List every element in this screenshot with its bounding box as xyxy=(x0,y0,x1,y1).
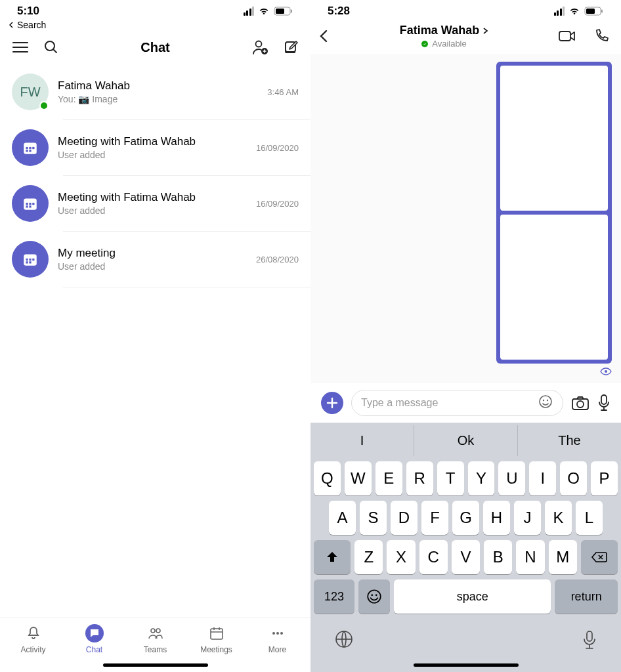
key[interactable]: A xyxy=(329,501,356,535)
key[interactable]: K xyxy=(545,501,572,535)
avatar-meeting-icon xyxy=(12,129,49,166)
suggestion[interactable]: Ok xyxy=(414,425,518,456)
page-title: Chat xyxy=(140,40,169,55)
status-icons xyxy=(554,7,605,16)
nav-label: Activity xyxy=(20,645,45,654)
chat-row-meeting[interactable]: Meeting with Fatima Wahab User added 16/… xyxy=(0,120,310,175)
message-input[interactable]: Type a message xyxy=(351,390,563,416)
svg-point-39 xyxy=(547,400,548,401)
key[interactable]: O xyxy=(560,461,587,495)
emoji-icon[interactable] xyxy=(538,394,553,412)
svg-rect-2 xyxy=(291,10,292,13)
key[interactable]: Y xyxy=(468,461,495,495)
backspace-key[interactable] xyxy=(581,540,618,574)
status-time: 5:10 xyxy=(17,5,39,18)
status-bar: 5:10 xyxy=(0,0,310,18)
compose-icon[interactable] xyxy=(283,39,299,55)
home-indicator[interactable] xyxy=(414,663,519,667)
dictation-icon[interactable] xyxy=(582,629,597,653)
chat-subtitle: User added xyxy=(58,150,247,160)
avatar-meeting-icon xyxy=(12,241,49,278)
chat-title: My meeting xyxy=(58,247,247,260)
key[interactable]: U xyxy=(498,461,525,495)
back-to-search[interactable]: Search xyxy=(0,18,310,35)
key[interactable]: E xyxy=(375,461,402,495)
key[interactable]: V xyxy=(452,540,480,574)
suggestion[interactable]: I xyxy=(310,425,414,456)
key[interactable]: P xyxy=(591,461,618,495)
search-icon[interactable] xyxy=(43,39,59,55)
back-icon[interactable] xyxy=(317,28,330,44)
svg-rect-34 xyxy=(601,10,603,13)
key[interactable]: H xyxy=(483,501,510,535)
nav-more[interactable]: More xyxy=(251,624,304,654)
svg-point-43 xyxy=(368,590,381,603)
chat-row-person[interactable]: FW Fatima Wahab You: 📷 Image 3:46 AM xyxy=(0,64,310,119)
key[interactable]: J xyxy=(514,501,541,535)
svg-point-45 xyxy=(375,594,377,596)
presence-label: Available xyxy=(432,39,467,49)
key[interactable]: L xyxy=(576,501,603,535)
sent-image-message[interactable] xyxy=(496,62,612,364)
key[interactable]: X xyxy=(387,540,415,574)
status-icons xyxy=(244,7,294,16)
audiocall-icon[interactable] xyxy=(593,28,609,44)
cellular-icon xyxy=(554,7,565,16)
key[interactable]: B xyxy=(484,540,512,574)
key[interactable]: F xyxy=(421,501,448,535)
svg-point-31 xyxy=(280,632,283,635)
conversation-title-text: Fatima Wahab xyxy=(400,24,479,37)
svg-rect-10 xyxy=(29,147,31,149)
battery-icon xyxy=(274,7,293,16)
numbers-key[interactable]: 123 xyxy=(314,579,354,614)
chat-time: 16/09/2020 xyxy=(256,199,299,209)
nav-chat[interactable]: Chat xyxy=(68,624,121,654)
wifi-icon xyxy=(258,7,270,16)
space-key[interactable]: space xyxy=(394,579,551,614)
key[interactable]: W xyxy=(345,461,372,495)
chat-list[interactable]: FW Fatima Wahab You: 📷 Image 3:46 AM Mee… xyxy=(0,64,310,617)
chat-title: Meeting with Fatima Wahab xyxy=(58,135,247,148)
return-key[interactable]: return xyxy=(555,579,618,614)
menu-icon[interactable] xyxy=(12,41,29,54)
key[interactable]: C xyxy=(419,540,448,574)
key[interactable]: N xyxy=(516,540,544,574)
key[interactable]: M xyxy=(549,540,577,574)
key[interactable]: I xyxy=(529,461,556,495)
microphone-icon[interactable] xyxy=(597,394,610,412)
conversation-title[interactable]: Fatima Wahab xyxy=(400,24,488,37)
nav-teams[interactable]: Teams xyxy=(129,624,182,654)
camera-icon[interactable] xyxy=(571,395,589,411)
svg-rect-15 xyxy=(26,203,28,205)
globe-icon[interactable] xyxy=(334,629,354,653)
shift-key[interactable] xyxy=(314,540,351,574)
key[interactable]: S xyxy=(360,501,387,535)
key[interactable]: Z xyxy=(354,540,383,574)
videocall-icon[interactable] xyxy=(558,28,576,44)
svg-rect-19 xyxy=(29,205,31,207)
key[interactable]: Q xyxy=(314,461,341,495)
chat-row-meeting[interactable]: Meeting with Fatima Wahab User added 16/… xyxy=(0,176,310,231)
key[interactable]: T xyxy=(437,461,464,495)
svg-point-26 xyxy=(151,629,155,633)
key[interactable]: D xyxy=(391,501,418,535)
svg-rect-24 xyxy=(26,261,28,263)
back-search-label: Search xyxy=(17,20,46,30)
bell-icon xyxy=(24,624,43,642)
key-row-3: Z X C V B N M xyxy=(310,535,621,574)
add-contact-icon[interactable] xyxy=(251,39,268,55)
key[interactable]: G xyxy=(452,501,479,535)
add-attachment-button[interactable] xyxy=(321,392,343,414)
key[interactable]: R xyxy=(406,461,433,495)
battery-icon xyxy=(584,7,604,16)
suggestion[interactable]: The xyxy=(518,425,621,456)
conversation-body[interactable] xyxy=(310,54,621,383)
chevron-right-icon xyxy=(482,26,488,35)
chat-row-meeting[interactable]: My meeting User added 26/08/2020 xyxy=(0,232,310,287)
key-row-4: 123 space return xyxy=(310,574,621,619)
home-indicator[interactable] xyxy=(103,663,208,667)
nav-activity[interactable]: Activity xyxy=(7,624,60,654)
emoji-key[interactable] xyxy=(358,579,390,614)
nav-meetings[interactable]: Meetings xyxy=(190,624,243,654)
chat-bubble-icon xyxy=(85,624,104,642)
